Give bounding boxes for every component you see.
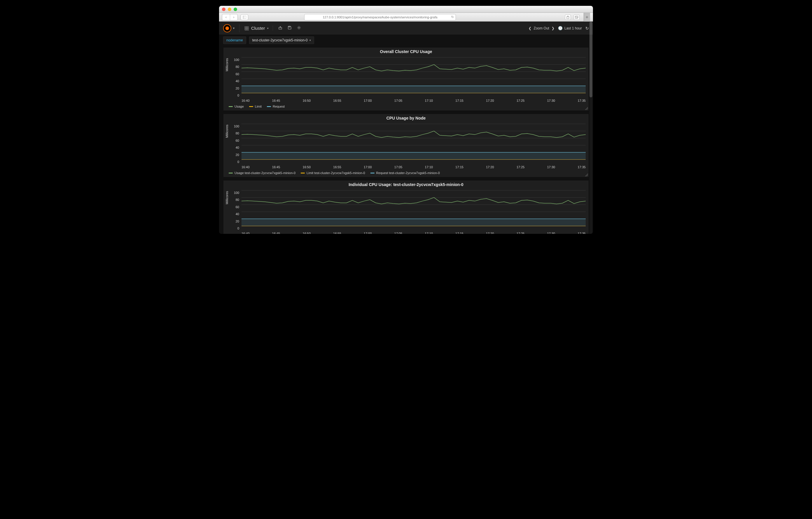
caret-down-icon: ▾ xyxy=(267,27,269,30)
grafana-logo-menu[interactable]: ▼ xyxy=(223,24,239,32)
graph-panel[interactable]: CPU Usage by Node Millicores 02040608010… xyxy=(223,114,589,177)
svg-rect-0 xyxy=(243,16,246,19)
grafana-app: ▼ Cluster ▾ ❮ xyxy=(219,22,593,234)
x-tick-label: 16:40 xyxy=(241,232,250,234)
refresh-button[interactable]: ↻ xyxy=(585,26,589,31)
chart-svg xyxy=(241,122,586,165)
x-tick-label: 17:15 xyxy=(455,165,463,169)
resize-handle-icon[interactable] xyxy=(585,107,588,110)
minimize-window-button[interactable] xyxy=(228,7,231,11)
forward-button[interactable]: › xyxy=(230,14,237,20)
chart-area[interactable] xyxy=(241,122,586,165)
time-controls: ❮ Zoom Out ❯ 🕒 Last 1 hour ↻ xyxy=(528,26,589,31)
address-bar[interactable]: 127.0.0.1:8001/api/v1/proxy/namespaces/k… xyxy=(304,14,456,21)
x-tick-label: 17:10 xyxy=(425,165,433,169)
y-tick-label: 0 xyxy=(237,94,239,97)
legend-item[interactable]: Limit test-cluster-2ycvcw7xgsk5-minion-0 xyxy=(301,171,365,175)
y-tick-label: 20 xyxy=(236,87,239,90)
legend-item[interactable]: Usage test-cluster-2ycvcw7xgsk5-minion-0 xyxy=(229,171,295,175)
y-axis-ticks: 020406080100 xyxy=(232,124,240,159)
sidebar-toggle-button[interactable] xyxy=(241,14,248,20)
chart-svg xyxy=(241,55,586,98)
time-range-picker[interactable]: 🕒 Last 1 hour xyxy=(558,26,582,30)
scrollbar-thumb[interactable] xyxy=(589,22,592,97)
share-dashboard-button[interactable] xyxy=(278,26,282,31)
x-tick-label: 17:10 xyxy=(425,99,433,102)
x-tick-label: 17:05 xyxy=(394,232,403,234)
x-tick-label: 17:20 xyxy=(486,165,494,169)
time-back-button[interactable]: ❮ xyxy=(528,26,531,30)
x-tick-label: 17:20 xyxy=(486,99,494,102)
y-tick-label: 80 xyxy=(236,65,239,68)
zoom-controls: ❮ Zoom Out ❯ xyxy=(528,26,554,30)
svg-rect-6 xyxy=(289,26,290,27)
browser-right-controls: + xyxy=(565,13,590,22)
zoom-out-button[interactable]: Zoom Out xyxy=(534,26,549,30)
fullscreen-window-button[interactable] xyxy=(234,7,237,11)
x-axis-ticks: 16:4016:4516:5016:5517:0017:0517:1017:15… xyxy=(224,98,588,103)
x-tick-label: 17:35 xyxy=(578,165,586,169)
resize-handle-icon[interactable] xyxy=(585,174,588,176)
save-dashboard-button[interactable] xyxy=(288,26,292,31)
x-tick-label: 16:45 xyxy=(272,99,280,102)
chart-svg xyxy=(241,188,586,231)
x-tick-label: 16:50 xyxy=(303,232,311,234)
legend-swatch xyxy=(267,106,271,107)
y-tick-label: 60 xyxy=(236,139,239,142)
x-tick-label: 17:30 xyxy=(547,165,555,169)
x-tick-label: 16:55 xyxy=(333,99,341,102)
url-text: 127.0.0.1:8001/api/v1/proxy/namespaces/k… xyxy=(323,16,437,19)
y-axis-label: Millicores xyxy=(225,191,229,204)
template-var-value: test-cluster-2ycvcw7xgsk5-minion-0 xyxy=(252,38,308,42)
x-tick-label: 17:30 xyxy=(547,99,555,102)
tabs-button[interactable] xyxy=(574,14,580,20)
x-tick-label: 17:15 xyxy=(455,99,463,102)
mac-titlebar xyxy=(219,6,593,13)
legend-label: Limit test-cluster-2ycvcw7xgsk5-minion-0 xyxy=(307,171,365,175)
legend-item[interactable]: Request xyxy=(267,105,285,108)
legend-label: Usage test-cluster-2ycvcw7xgsk5-minion-0 xyxy=(234,171,295,175)
dashboard-grid-icon xyxy=(245,26,249,30)
panel-title[interactable]: Overall Cluster CPU Usage xyxy=(224,48,588,55)
x-tick-label: 17:00 xyxy=(364,165,372,169)
screenshot-root: ‹ › 127.0.0.1:8001/api/v1/proxy/namespac… xyxy=(203,0,609,260)
close-window-button[interactable] xyxy=(222,7,226,11)
time-forward-button[interactable]: ❯ xyxy=(552,26,554,30)
legend-swatch xyxy=(249,106,253,107)
panel-title[interactable]: Individual CPU Usage: test-cluster-2ycvc… xyxy=(224,181,588,187)
svg-rect-3 xyxy=(575,16,578,19)
legend-label: Request test-cluster-2ycvcw7xgsk5-minion… xyxy=(376,171,440,175)
svg-point-7 xyxy=(298,27,299,28)
y-axis-label: Millicores xyxy=(225,58,229,71)
x-tick-label: 17:10 xyxy=(425,232,433,234)
x-tick-label: 17:35 xyxy=(578,232,586,234)
chart-area[interactable] xyxy=(241,188,586,231)
legend-item[interactable]: Usage xyxy=(229,105,244,108)
y-tick-label: 60 xyxy=(236,205,239,209)
share-button[interactable] xyxy=(565,14,571,20)
back-button[interactable]: ‹ xyxy=(222,14,230,20)
browser-toolbar: ‹ › 127.0.0.1:8001/api/v1/proxy/namespac… xyxy=(219,13,593,22)
dashboard-picker[interactable]: Cluster ▾ xyxy=(245,26,273,31)
graph-panel[interactable]: Overall Cluster CPU Usage Millicores 020… xyxy=(223,47,589,111)
legend-item[interactable]: Limit xyxy=(249,105,262,108)
x-tick-label: 16:50 xyxy=(303,99,311,102)
x-tick-label: 16:40 xyxy=(241,99,250,102)
legend-item[interactable]: Request test-cluster-2ycvcw7xgsk5-minion… xyxy=(370,171,440,175)
x-tick-label: 17:15 xyxy=(455,232,463,234)
y-tick-label: 40 xyxy=(236,146,239,149)
template-var-dropdown[interactable]: test-cluster-2ycvcw7xgsk5-minion-0 ▾ xyxy=(249,36,314,44)
caret-down-icon: ▼ xyxy=(232,27,235,30)
chart-area[interactable] xyxy=(241,55,586,98)
settings-button[interactable] xyxy=(297,26,301,31)
x-tick-label: 17:25 xyxy=(517,99,525,102)
browser-window: ‹ › 127.0.0.1:8001/api/v1/proxy/namespac… xyxy=(219,6,593,234)
graph-panel[interactable]: Individual CPU Usage: test-cluster-2ycvc… xyxy=(223,180,589,234)
legend-swatch xyxy=(370,173,375,174)
y-tick-label: 0 xyxy=(237,160,239,163)
panel-title[interactable]: CPU Usage by Node xyxy=(224,114,588,121)
y-axis-label: Millicores xyxy=(225,124,229,138)
x-tick-label: 16:50 xyxy=(303,165,311,169)
new-tab-button[interactable]: + xyxy=(584,13,590,22)
reload-icon[interactable]: ↻ xyxy=(451,15,454,19)
